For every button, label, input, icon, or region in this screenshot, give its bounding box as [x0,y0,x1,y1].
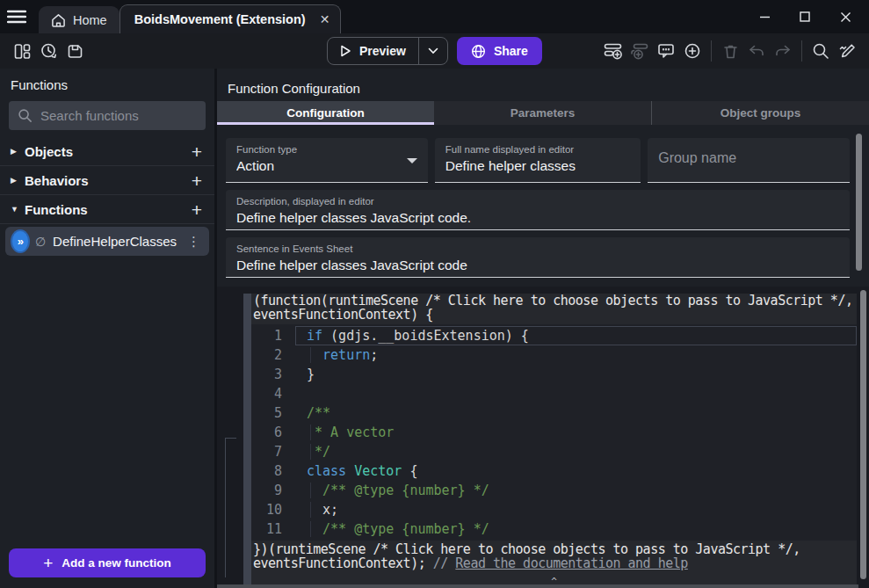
item-options-icon[interactable]: ⋮ [184,234,204,250]
documentation-link[interactable]: Read the documentation and help [455,555,687,571]
events-vertical-scrollbar[interactable] [860,290,866,579]
description-value: Define helper classes JavaScript code. [236,210,839,226]
preview-button[interactable]: Preview [327,37,448,65]
line-number: 11 [251,519,295,539]
undo-icon [743,38,770,64]
configuration-form: Function type Action Full name displayed… [217,125,869,287]
line-number: 2 [251,345,295,365]
code-line-content: * A vector [295,423,857,442]
group-name-field[interactable]: Group name [648,138,850,183]
close-button[interactable] [829,4,862,30]
tab-object-groups[interactable]: Object groups [651,101,869,125]
sidebar-section-behaviors[interactable]: ▶ Behaviors + [0,166,214,195]
code-line-content: /** @type {number} */ [295,481,857,500]
share-button[interactable]: Share [457,37,542,65]
field-label: Function type [236,144,417,155]
config-vertical-scrollbar[interactable] [856,134,862,271]
code-line[interactable]: 6 * A vector [251,423,857,442]
code-line-content: if (gdjs.__boidsExtension) { [295,326,857,345]
indent-guide-line [310,483,311,498]
add-behavior-button[interactable]: + [188,171,206,190]
group-name-placeholder: Group name [658,144,839,166]
toolbar-divider [801,40,802,62]
add-event-icon[interactable] [600,38,626,64]
chevron-right-icon: ▶ [11,147,25,156]
home-icon [51,13,66,27]
sentence-field[interactable]: Sentence in Events Sheet Define helper c… [226,237,850,278]
sidebar-section-objects[interactable]: ▶ Objects + [0,137,214,166]
add-comment-icon[interactable] [653,38,679,64]
minimize-button[interactable] [748,4,781,30]
chevron-right-icon: ▶ [11,176,25,185]
javascript-event[interactable]: (function(runtimeScene /* Click here to … [243,294,857,586]
section-label: Behaviors [25,173,188,188]
private-icon: ∅ [35,235,46,249]
tab-home[interactable]: Home [39,6,119,33]
tab-close-icon[interactable]: ✕ [320,12,330,26]
code-line[interactable]: 4 [251,384,857,403]
tab-home-label: Home [73,13,107,27]
globe-icon [471,44,486,59]
indent-guide-line [310,444,311,460]
function-item-selected[interactable]: » ∅ DefineHelperClasses ⋮ [5,227,209,256]
tab-extension-label: BoidsMovement (Extension) [134,12,306,26]
sidebar-section-functions[interactable]: ▼ Functions + [0,195,214,224]
tab-parameters[interactable]: Parameters [434,101,651,125]
function-type-select[interactable]: Function type Action [226,138,428,183]
code-line-content: } [295,365,857,384]
tab-label: Configuration [286,106,364,120]
field-label: Description, displayed in editor [236,196,839,207]
events-sheet: (function(runtimeScene /* Click here to … [217,287,869,588]
add-new-function-button[interactable]: + Add a new function [9,548,206,577]
tab-label: Parameters [511,106,576,120]
add-object-button[interactable]: + [188,142,206,161]
save-icon[interactable] [62,38,88,64]
js-code-footer[interactable]: })(runtimeScene /* Click here to choose … [251,542,857,571]
code-line-content: class Vector { [295,461,857,481]
code-line[interactable]: 2 return; [251,345,857,365]
code-line[interactable]: 9 /** @type {number} */ [251,481,857,500]
code-line[interactable]: 11 /** @type {number} */ [251,519,857,539]
tab-extension[interactable]: BoidsMovement (Extension) ✕ [119,4,342,33]
maximize-button[interactable] [788,4,822,30]
line-number: 6 [251,423,295,442]
code-line[interactable]: 1if (gdjs.__boidsExtension) { [251,326,857,345]
description-field[interactable]: Description, displayed in editor Define … [226,190,850,230]
search-functions-input[interactable] [40,108,197,123]
code-line[interactable]: 5/** [251,403,857,423]
history-icon[interactable] [35,38,62,64]
events-horizontal-scrollbar[interactable] [217,584,858,588]
panels-layout-icon[interactable] [9,38,35,64]
code-editor[interactable]: 1if (gdjs.__boidsExtension) {2 return;3}… [251,324,857,541]
pencil-edit-icon[interactable] [834,38,860,64]
function-configuration-panel: Function Configuration Configuration Par… [217,69,869,588]
code-line[interactable]: 8class Vector { [251,461,857,481]
code-line-content [295,384,857,403]
code-line-content: /** [295,403,857,423]
search-icon[interactable] [807,38,834,64]
event-drag-handle[interactable] [243,294,251,586]
indent-guide-line [310,347,311,363]
indent-guide-line [310,502,311,518]
window-controls [748,0,869,33]
js-code-header[interactable]: (function(runtimeScene /* Click here to … [251,294,857,323]
code-line[interactable]: 10 x; [251,500,857,519]
add-new-function-label: Add a new function [62,556,171,570]
code-line-content: x; [295,500,857,519]
tab-configuration[interactable]: Configuration [217,101,434,125]
code-line-content: return; [295,345,857,365]
add-circle-icon[interactable] [679,38,706,64]
add-function-button[interactable]: + [188,200,206,219]
code-line[interactable]: 7 */ [251,442,857,461]
function-item-label: DefineHelperClasses [53,234,177,249]
search-functions-box[interactable] [9,101,206,130]
redo-icon [770,38,796,64]
full-name-field[interactable]: Full name displayed in editor Define hel… [435,138,641,183]
functions-sidebar: Functions ▶ Objects + ▶ Behaviors + ▼ Fu… [0,69,217,588]
hamburger-menu-icon[interactable] [0,0,33,33]
toolbar-right-icons [600,38,860,64]
preview-dropdown-button[interactable] [419,47,447,54]
play-icon [338,44,352,58]
preview-label: Preview [359,44,406,58]
code-line[interactable]: 3} [251,365,857,384]
